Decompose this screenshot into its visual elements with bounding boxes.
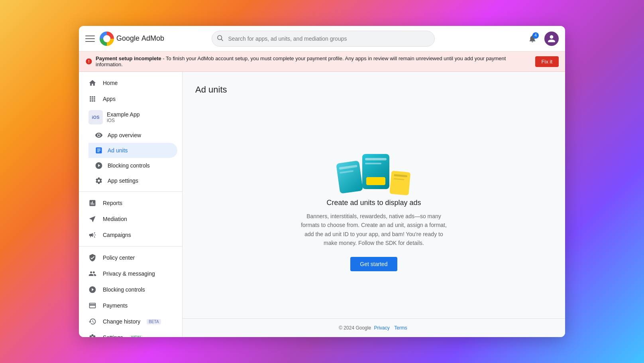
sidebar-item-change-history[interactable]: Change history BETA: [79, 314, 177, 329]
page-title: Ad units: [195, 85, 227, 95]
privacy-messaging-icon: [88, 270, 96, 278]
main-layout: Home Apps iOS Example App iOS: [79, 72, 565, 337]
sidebar-item-app-settings[interactable]: App settings: [88, 173, 177, 188]
app-entry-info: Example App iOS: [107, 111, 140, 123]
notifications-button[interactable]: 4: [525, 32, 540, 46]
policy-center-icon: [88, 254, 96, 262]
blocking-controls-global-icon: [88, 286, 96, 294]
privacy-link[interactable]: Privacy: [374, 325, 389, 331]
overview-icon: [95, 131, 103, 139]
search-input[interactable]: [212, 31, 435, 47]
sidebar-item-reports[interactable]: Reports: [79, 195, 177, 211]
logo-area: Google AdMob: [100, 32, 164, 46]
sidebar-blocking-controls-app-label: Blocking controls: [108, 162, 150, 169]
app-settings-icon: [95, 177, 103, 185]
svg-point-0: [218, 36, 222, 40]
sidebar-campaigns-label: Campaigns: [103, 232, 131, 238]
payments-icon: [88, 302, 96, 310]
fix-it-button[interactable]: Fix it: [535, 56, 559, 67]
sidebar-item-settings[interactable]: Settings NEW: [79, 329, 177, 337]
sidebar-home-label: Home: [103, 80, 118, 86]
sidebar-item-policy-center[interactable]: Policy center: [79, 250, 177, 266]
app-icon: iOS: [88, 110, 103, 124]
mediation-icon: [88, 215, 96, 223]
ad-units-icon: [95, 146, 103, 154]
topbar-right: 4: [525, 32, 559, 46]
apps-icon: [88, 95, 96, 103]
sidebar-app-overview-label: App overview: [108, 132, 141, 138]
banner-text: Payment setup incomplete - To finish you…: [96, 55, 532, 67]
ad-illustration: [348, 145, 400, 189]
terms-link[interactable]: Terms: [394, 325, 407, 331]
sidebar-change-history-label: Change history: [103, 318, 140, 325]
blocking-controls-app-icon: [95, 162, 103, 170]
sidebar-payments-label: Payments: [103, 302, 128, 309]
campaigns-icon: [88, 231, 96, 239]
sidebar-item-app-overview[interactable]: App overview: [88, 128, 177, 143]
empty-state-description: Banners, interstitials, rewardeds, nativ…: [298, 212, 450, 248]
home-icon: [88, 79, 96, 87]
sidebar-item-home[interactable]: Home: [79, 75, 177, 91]
sidebar-settings-label: Settings: [103, 334, 123, 337]
search-icon: [216, 34, 224, 43]
sidebar-reports-label: Reports: [103, 200, 122, 206]
reports-icon: [88, 199, 96, 207]
svg-line-1: [222, 39, 223, 41]
sidebar-item-ad-units[interactable]: Ad units: [88, 143, 177, 158]
app-entry[interactable]: iOS Example App iOS: [79, 107, 177, 128]
ad-card-main: [362, 154, 389, 189]
app-name: Example App: [107, 111, 140, 118]
sidebar-mediation-label: Mediation: [103, 216, 127, 222]
sidebar-item-blocking-controls[interactable]: Blocking controls: [88, 158, 177, 173]
sidebar-app-settings-label: App settings: [108, 178, 138, 184]
change-history-icon: [88, 318, 96, 326]
avatar[interactable]: [544, 32, 559, 46]
ad-card-front: [389, 171, 410, 195]
content-inner: Ad units: [183, 72, 565, 318]
content-area: Ad units: [183, 72, 565, 337]
settings-icon: [88, 333, 96, 337]
copyright-text: © 2024 Google: [339, 325, 371, 331]
topbar: Google AdMob 4: [79, 26, 565, 51]
sidebar-item-mediation[interactable]: Mediation: [79, 211, 177, 227]
get-started-button[interactable]: Get started: [350, 257, 397, 271]
sidebar-blocking-controls-global-label: Blocking controls: [103, 286, 145, 293]
app-sub-menu: App overview Ad units Blocking controls: [88, 128, 182, 188]
sidebar: Home Apps iOS Example App iOS: [79, 72, 183, 337]
logo-text: Google AdMob: [116, 34, 164, 43]
sidebar-item-blocking-controls-global[interactable]: Blocking controls: [79, 282, 177, 298]
admob-logo-icon: [100, 32, 114, 46]
empty-state: Create ad units to display ads Banners, …: [282, 111, 465, 306]
notification-badge: 4: [532, 32, 539, 39]
sidebar-privacy-messaging-label: Privacy & messaging: [103, 270, 155, 277]
ad-card-back: [336, 160, 363, 193]
new-badge: NEW: [130, 335, 143, 337]
empty-state-title: Create ad units to display ads: [326, 199, 421, 207]
sidebar-item-privacy-messaging[interactable]: Privacy & messaging: [79, 266, 177, 282]
footer: © 2024 Google Privacy Terms: [183, 318, 565, 337]
payment-banner: Payment setup incomplete - To finish you…: [79, 51, 565, 72]
beta-badge: BETA: [147, 319, 161, 324]
menu-icon[interactable]: [85, 34, 95, 43]
sidebar-item-apps[interactable]: Apps: [79, 91, 177, 107]
sidebar-ad-units-label: Ad units: [108, 147, 128, 154]
sidebar-apps-label: Apps: [103, 96, 116, 102]
sidebar-item-campaigns[interactable]: Campaigns: [79, 227, 177, 243]
sidebar-item-payments[interactable]: Payments: [79, 298, 177, 314]
app-platform: iOS: [107, 118, 140, 123]
search-bar: [212, 31, 435, 47]
warning-icon: [85, 58, 92, 65]
sidebar-policy-center-label: Policy center: [103, 254, 135, 261]
